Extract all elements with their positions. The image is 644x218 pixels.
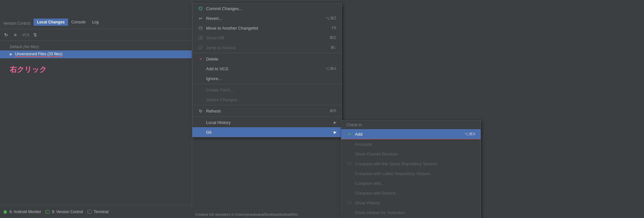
tab-log[interactable]: Log: [89, 19, 102, 26]
annotate-label: Annotate: [355, 142, 372, 147]
svg-line-2: [4, 210, 4, 211]
svg-rect-12: [199, 36, 200, 39]
menu-create-patch[interactable]: Create Patch...: [192, 85, 342, 95]
annotate-icon: [346, 141, 352, 147]
terminal-item[interactable]: >_ Terminal: [87, 209, 108, 214]
tab-console[interactable]: Console: [68, 19, 89, 26]
patch-icon: [198, 87, 203, 93]
submenu-compare-branch[interactable]: Compare with Branch...: [341, 188, 481, 198]
android-icon: [3, 209, 8, 214]
group-by-module-icon[interactable]: ≡: [12, 31, 19, 38]
refresh-shortcut: ⌘R: [329, 109, 336, 113]
show-history-label: Show History: [355, 200, 380, 205]
version-control-label: Version Control:: [3, 21, 31, 26]
local-history-label: Local History: [206, 120, 231, 125]
revert-label: Revert...: [206, 16, 222, 21]
menu-move-changelist[interactable]: Move to Another Changelist F6: [192, 23, 342, 33]
svg-text:>_: >_: [88, 211, 91, 213]
compare-latest-icon: [346, 170, 352, 176]
submenu-show-revision[interactable]: Show Current Revision: [341, 149, 481, 159]
menu-add-vcs[interactable]: Add to VCS ⌥⌘A: [192, 64, 342, 74]
tab-local-changes[interactable]: Local Changes: [34, 19, 68, 26]
menu-commit-changes[interactable]: ↑ Commit Changes...: [192, 4, 342, 13]
tree-area: Default (No files) Unversioned Files (33…: [0, 41, 192, 84]
show-diff-label: Show Diff: [206, 35, 224, 40]
delete-label: Delete: [206, 57, 218, 61]
separator-4: [192, 116, 342, 117]
version-control-icon: 9: [45, 209, 50, 214]
menu-jump-source[interactable]: Jump to Source ⌘↓: [192, 43, 342, 52]
refresh-icon: ↻: [198, 108, 203, 114]
svg-rect-14: [347, 162, 349, 165]
context-menu-1: ↑ Commit Changes... ↩ Revert... ⌥⌘Z Move…: [192, 3, 342, 137]
submenu-header: Check In: [341, 121, 481, 129]
submenu-add[interactable]: + Add ⌥⌘A: [341, 129, 481, 139]
version-control-label-bottom: 9: Version Control: [52, 210, 83, 214]
move-icon: [198, 25, 203, 31]
menu-revert[interactable]: ↩ Revert... ⌥⌘Z: [192, 13, 342, 23]
add-vcs-shortcut: ⌥⌘A: [325, 66, 336, 71]
toolbar-row-1: ↻ ≡ VCS ⇅: [0, 29, 192, 41]
separator-2: [192, 84, 342, 84]
menu-ignore[interactable]: Ignore...: [192, 74, 342, 83]
default-changelist-item[interactable]: Default (No files): [0, 43, 192, 50]
git-label: Git: [206, 130, 212, 135]
svg-text:↑: ↑: [200, 7, 201, 10]
separator-1: [192, 53, 342, 53]
menu-show-diff[interactable]: Show Diff ⌘D: [192, 33, 342, 43]
add-label: Add: [355, 132, 362, 137]
revert-icon: ↩: [198, 15, 203, 21]
submenu-compare-same[interactable]: Compare with the Same Repository Version: [341, 159, 481, 169]
jump-shortcut: ⌘↓: [330, 45, 336, 50]
status-text: Created Git repository in /Users/yusukea…: [195, 212, 298, 216]
diff-icon[interactable]: ⇅: [32, 31, 39, 38]
plus-icon: +: [346, 131, 352, 137]
move-shortcut: F6: [332, 26, 336, 30]
svg-text:9: 9: [46, 211, 48, 213]
submenu-show-history[interactable]: Show History: [341, 198, 481, 208]
android-monitor-label: 6: Android Monitor: [9, 210, 41, 214]
top-bar: Version Control: Local Changes Console L…: [0, 0, 192, 29]
menu-git[interactable]: Git ▶: [192, 127, 342, 137]
history-selection-icon: [346, 210, 352, 215]
unversioned-files-item[interactable]: Unversioned Files (33 files): [0, 50, 192, 58]
menu-delete[interactable]: ✕ Delete: [192, 54, 342, 64]
vcs-refresh-icon[interactable]: ↻: [3, 31, 10, 38]
git-arrow: ▶: [334, 130, 336, 134]
unversioned-label: Unversioned Files (33 files): [15, 52, 62, 57]
left-panel: Version Control: Local Changes Console L…: [0, 0, 192, 218]
jump-source-label: Jump to Source: [206, 45, 236, 50]
svg-rect-16: [347, 201, 351, 204]
show-revision-label: Show Current Revision: [355, 152, 398, 157]
local-history-arrow: ▶: [334, 120, 336, 125]
submenu-compare-with[interactable]: Compare with...: [341, 178, 481, 188]
svg-rect-10: [199, 27, 202, 29]
submenu-compare-latest[interactable]: Compare with Latest Repository Version: [341, 169, 481, 178]
vcs-icon: ↑: [198, 6, 203, 11]
ignore-label: Ignore...: [206, 76, 222, 81]
move-changelist-label: Move to Another Changelist: [206, 26, 258, 31]
shelve-changes-label: Shelve Changes...: [206, 97, 241, 102]
compare-latest-label: Compare with Latest Repository Version: [355, 171, 430, 176]
history-icon: [346, 200, 352, 206]
commit-changes-label: Commit Changes...: [206, 6, 242, 11]
submenu-annotate[interactable]: Annotate: [341, 139, 481, 149]
menu-refresh[interactable]: ↻ Refresh ⌘R: [192, 106, 342, 116]
revision-icon: [346, 151, 352, 157]
svg-rect-13: [201, 36, 203, 39]
terminal-label: Terminal: [94, 210, 108, 214]
submenu-show-history-selection[interactable]: Show History for Selection: [341, 208, 481, 217]
vcs-label: VCS: [22, 33, 30, 37]
menu-local-history[interactable]: Local History ▶: [192, 117, 342, 127]
ignore-icon: [198, 75, 203, 81]
git-icon: [198, 129, 203, 135]
create-patch-label: Create Patch...: [206, 88, 234, 92]
version-control-item[interactable]: 9 9: Version Control: [45, 209, 83, 214]
compare-branch-label: Compare with Branch...: [355, 191, 399, 196]
revert-shortcut: ⌥⌘Z: [326, 16, 336, 20]
android-monitor-item[interactable]: 6: Android Monitor: [3, 209, 41, 214]
compare-same-label: Compare with the Same Repository Version: [355, 161, 437, 166]
refresh-label: Refresh: [206, 109, 221, 114]
menu-shelve-changes[interactable]: Shelve Changes...: [192, 95, 342, 104]
diff-menu-icon: [198, 35, 203, 41]
